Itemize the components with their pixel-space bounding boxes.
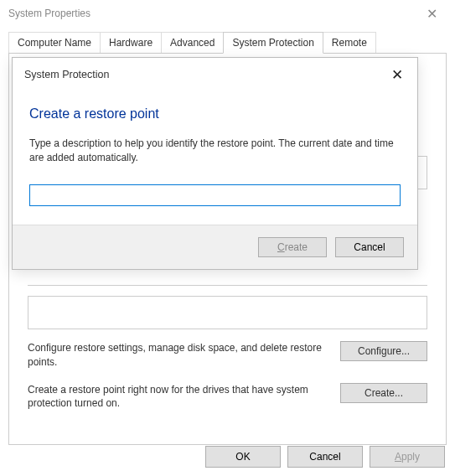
cancel-button[interactable]: Cancel — [287, 446, 363, 468]
dialog-body: Create a restore point Type a descriptio… — [13, 88, 417, 225]
create-restore-point-dialog: System Protection ✕ Create a restore poi… — [12, 57, 418, 270]
configure-button[interactable]: Configure... — [340, 341, 427, 361]
tab-remote[interactable]: Remote — [323, 32, 376, 53]
dialog-main-buttons: OK Cancel Apply — [205, 446, 445, 468]
tab-strip: Computer Name Hardware Advanced System P… — [0, 27, 455, 53]
ok-button[interactable]: OK — [205, 446, 281, 468]
configure-description: Configure restore settings, manage disk … — [28, 341, 330, 370]
dialog-heading: Create a restore point — [29, 106, 401, 122]
close-icon[interactable]: ✕ — [389, 66, 406, 83]
close-icon[interactable]: ✕ — [415, 2, 448, 25]
dialog-create-button[interactable]: Create — [258, 237, 327, 257]
dialog-cancel-button[interactable]: Cancel — [335, 237, 404, 257]
tab-hardware[interactable]: Hardware — [100, 32, 162, 53]
system-properties-window: System Properties ✕ Computer Name Hardwa… — [0, 0, 455, 476]
tab-advanced[interactable]: Advanced — [161, 32, 224, 53]
dialog-footer: Create Cancel — [13, 225, 417, 269]
tab-computer-name[interactable]: Computer Name — [8, 32, 101, 53]
restore-point-description-input[interactable] — [29, 184, 401, 206]
tab-system-protection[interactable]: System Protection — [223, 32, 323, 54]
divider — [28, 285, 427, 286]
dialog-header: System Protection ✕ — [13, 58, 417, 88]
protection-settings-group — [28, 296, 427, 329]
dialog-title: System Protection — [24, 69, 389, 80]
create-restore-point-button[interactable]: Create... — [340, 383, 427, 403]
window-title: System Properties — [7, 8, 415, 19]
titlebar: System Properties ✕ — [0, 0, 455, 27]
dialog-description: Type a description to help you identify … — [29, 137, 401, 166]
apply-button[interactable]: Apply — [370, 446, 445, 468]
create-description: Create a restore point right now for the… — [28, 383, 330, 411]
